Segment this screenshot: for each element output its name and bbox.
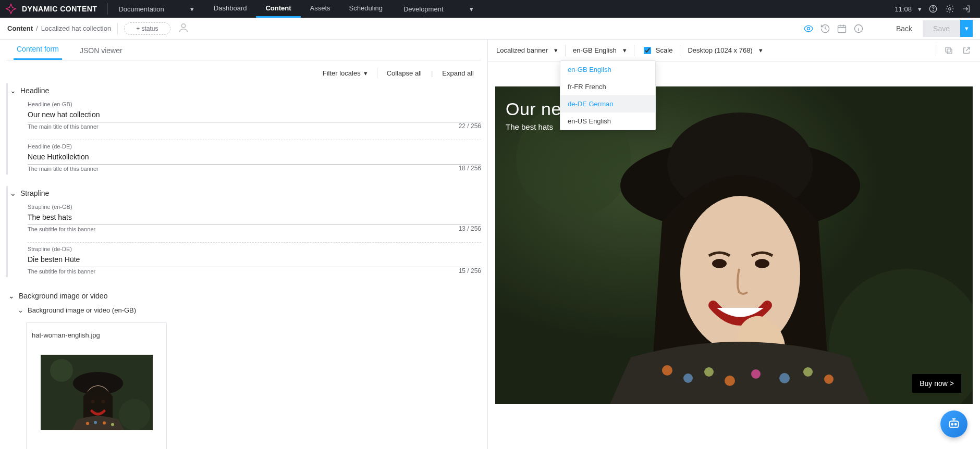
svg-point-13 [101,400,105,404]
svg-point-34 [725,376,735,386]
crumb-root[interactable]: Content [7,24,33,32]
scale-checkbox[interactable]: Scale [642,45,673,56]
svg-point-29 [755,259,769,268]
svg-point-2 [949,8,951,10]
form-panel: Content form JSON viewer Filter locales … [0,40,488,449]
nav-dashboard[interactable]: Dashboard [204,0,256,18]
svg-point-33 [704,367,714,377]
svg-rect-19 [946,47,950,52]
crumb-sep: / [36,24,38,32]
chevron-down-icon: ⌄ [18,306,23,314]
svg-point-4 [807,27,810,30]
main-nav: Dashboard Content Assets Scheduling [204,0,392,18]
nav-assets[interactable]: Assets [301,0,340,18]
add-status-button[interactable]: + status [124,22,170,35]
divider [377,68,377,78]
locale-dropdown[interactable]: en-GB English▾ [573,46,627,54]
history-icon[interactable] [820,23,830,34]
svg-point-1 [933,10,933,11]
text-input[interactable]: Our new hat collection [28,107,481,122]
svg-point-9 [119,399,150,430]
char-count: 13 / 256 [459,225,481,232]
preview-eye-icon[interactable] [803,23,814,34]
svg-point-12 [91,400,94,404]
back-button[interactable]: Back [892,24,916,33]
hero-cta-button[interactable]: Buy now > [912,374,961,393]
group-toggle-strapline[interactable]: ⌄ Strapline [10,186,481,201]
chatbot-button[interactable] [940,410,967,438]
popout-icon[interactable] [961,45,972,56]
preview-toolbar: Localized banner▾ en-GB English▾ Scale D… [488,40,980,61]
tab-content-form[interactable]: Content form [14,40,62,60]
svg-point-32 [683,373,693,383]
save-button-group: Save ▾ [923,20,973,37]
nav-scheduling[interactable]: Scheduling [340,0,392,18]
image-card[interactable]: hat-woman-english.jpg [26,322,167,449]
divider [680,45,680,56]
field-headline-en: Headline (en-GB) Our new hat collection … [28,101,481,132]
chevron-down-icon: ⌄ [10,86,16,95]
help-icon[interactable] [928,4,938,14]
chevron-down-icon: ⌄ [8,292,15,300]
collapse-all-button[interactable]: Collapse all [387,69,422,77]
chevron-down-icon: ⌄ [10,189,16,197]
field-hint: The main title of this banner [28,123,99,130]
chevron-down-icon: ▾ [364,69,368,77]
text-input[interactable]: Neue Hutkollektion [28,149,481,165]
brand-text: DYNAMIC CONTENT [22,5,97,13]
svg-point-35 [751,369,761,379]
calendar-icon[interactable] [837,23,847,34]
svg-point-16 [103,421,106,425]
nav-content[interactable]: Content [256,0,300,18]
text-input[interactable]: The best hats [28,210,481,225]
gear-icon[interactable] [945,4,955,14]
locale-option-de-de[interactable]: de-DE German [560,95,655,113]
field-hint: The main title of this banner [28,166,99,172]
svg-point-31 [662,365,672,376]
hero-banner: Our new h The best hats Buy now > [495,86,973,404]
save-menu-button[interactable]: ▾ [960,20,973,37]
image-thumbnail [41,355,153,430]
tab-json-viewer[interactable]: JSON viewer [77,41,126,60]
divider [107,3,108,15]
info-icon[interactable] [853,23,864,34]
locale-menu: en-GB English fr-FR French de-DE German … [560,60,656,130]
sep: | [431,69,433,77]
svg-point-17 [111,423,114,426]
save-button[interactable]: Save [923,20,960,37]
logo-icon [5,3,17,15]
content-toolbar: Content / Localized hat collection + sta… [0,18,980,40]
svg-point-37 [803,367,813,377]
text-input[interactable]: Die besten Hüte [28,252,481,267]
filter-locales-dropdown[interactable]: Filter locales ▾ [323,69,368,77]
crumb-current: Localized hat collection [41,24,111,32]
locale-option-en-gb[interactable]: en-GB English [560,61,655,78]
chevron-down-icon: ▾ [759,46,763,54]
field-label: Strapline (de-DE) [28,246,481,252]
breadcrumb: Content / Localized hat collection [7,24,111,32]
field-label: Headline (de-DE) [28,143,481,149]
chevron-down-icon[interactable]: ▾ [918,5,922,13]
subgroup-toggle-bg-en[interactable]: ⌄ Background image or video (en-GB) [8,303,481,317]
svg-point-40 [951,423,953,425]
divider [28,242,481,243]
docs-dropdown[interactable]: Documentation ▾ [113,5,199,13]
brand: DYNAMIC CONTENT [3,3,102,15]
divider [936,45,936,56]
group-background: ⌄ Background image or video ⌄ Background… [6,289,481,449]
banner-type-dropdown[interactable]: Localized banner▾ [496,46,558,54]
locale-option-en-us[interactable]: en-US English [560,113,655,130]
scale-input[interactable] [644,47,651,54]
group-toggle-background[interactable]: ⌄ Background image or video [8,289,481,303]
assignee-icon[interactable] [178,22,189,35]
copy-icon[interactable] [944,45,954,56]
field-label: Headline (en-GB) [28,101,481,107]
group-toggle-headline[interactable]: ⌄ Headline [10,83,481,98]
locale-option-fr-fr[interactable]: fr-FR French [560,78,655,95]
logout-icon[interactable] [961,4,972,14]
svg-point-15 [94,421,97,424]
env-dropdown[interactable]: Development ▾ [398,5,479,13]
field-hint: The subtitle for this banner [28,268,95,275]
expand-all-button[interactable]: Expand all [442,69,474,77]
device-dropdown[interactable]: Desktop (1024 x 768)▾ [688,46,762,54]
